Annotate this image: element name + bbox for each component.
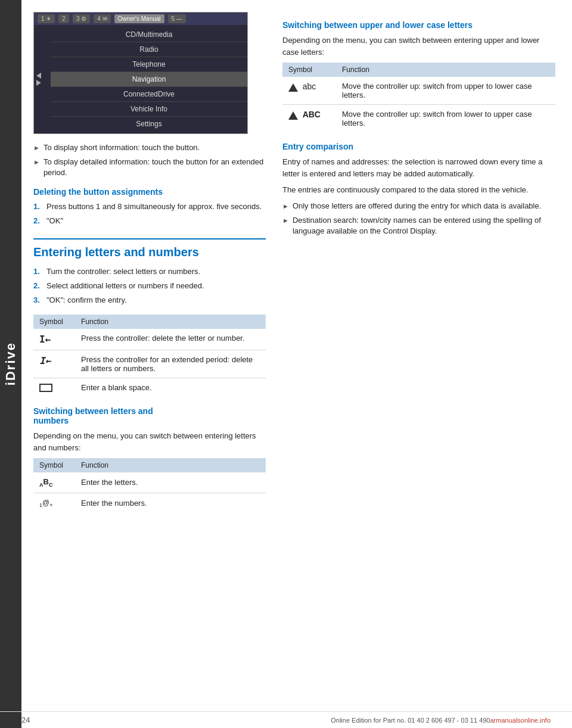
entry-bullet-arrow-0: ► [282,202,289,211]
bullet-arrow-0: ► [33,144,40,153]
menu-tab-5: 5 — [168,14,186,23]
menu-item-6[interactable]: Settings [51,117,247,131]
ul-header-function: Function [336,63,555,77]
menu-nav: CD/Multimedia Radio Telephone Navigation… [34,25,247,133]
triangle-up-lower-icon: abc [288,82,316,91]
entering-text-2: "OK": confirm the entry. [46,295,127,306]
entry-bullet-1: ► Destination search: town/city names ca… [282,215,555,237]
symbol-row-1: I← Press the controller for an extended … [33,350,266,378]
bullet-arrow-1: ► [33,158,40,178]
ul-symbol-0: abc [282,77,336,105]
symbol-table-header-function: Function [75,315,266,329]
function-cell-0: Press the controller: delete the letter … [75,329,266,350]
delete-step-1: 2. "OK" [33,216,266,226]
menu-tab-2: 2 [58,14,69,23]
switch-row-0: ABC Enter the letters. [33,472,266,493]
upper-lower-table: Symbol Function abc Move the controller … [282,63,555,132]
bullet-text-1: To display detailed information: touch t… [43,157,266,178]
menu-tab-manual: Owner's Manual [114,14,164,23]
menu-tab-4: 4 ✉ [94,14,110,23]
entering-num-0: 1. [33,266,43,277]
step-num-0: 1. [33,201,43,212]
switch-letters-table: Symbol Function ABC Enter the letters. 1… [33,458,266,513]
entry-bullet-0: ► Only those letters are offered during … [282,201,555,211]
nav-arrow-left[interactable] [34,70,51,88]
ul-function-1: Move the controller up: switch from lowe… [336,105,555,133]
arrow-right-icon [36,80,41,86]
entering-text-1: Select additional letters or numbers if … [46,281,204,291]
menu-screenshot: 1 ☀ 2 3 ⚙ 4 ✉ Owner's Manual 5 — CD/Mult… [33,12,248,134]
menu-items: CD/Multimedia Radio Telephone Navigation… [51,25,247,133]
big-heading: Entering letters and numbers [33,238,266,259]
entering-step-0: 1. Turn the controller: select letters o… [33,266,266,277]
entry-bullet-text-0: Only those letters are offered during th… [293,201,541,211]
website-text: armanualsonline.info [490,717,551,724]
switch-header-function: Function [75,458,266,472]
symbol-row-0: I← Press the controller: delete the lett… [33,329,266,350]
entry-comparison-heading: Entry comparison [282,142,555,151]
triangle-up-upper-icon: ABC [288,110,321,119]
symbol-row-2: Enter a blank space. [33,378,266,397]
ul-function-0: Move the controller up: switch from uppe… [336,77,555,105]
entry-bullet-arrow-1: ► [282,216,289,237]
symbol-cell-2 [33,378,75,397]
menu-tab-1: 1 ☀ [38,14,55,23]
entry-comparison-para-0: Entry of names and addresses: the select… [282,156,555,179]
left-column: 1 ☀ 2 3 ⚙ 4 ✉ Owner's Manual 5 — CD/Mult… [33,12,266,716]
menu-item-3[interactable]: Navigation [51,72,247,87]
footer: 24 Online Edition for Part no. 01 40 2 6… [0,711,572,728]
ul-symbol-1: ABC [282,105,336,133]
menu-top-bar: 1 ☀ 2 3 ⚙ 4 ✉ Owner's Manual 5 — [34,13,247,25]
ul-row-0: abc Move the controller up: switch from … [282,77,555,105]
bullet-item-0: ► To display short information: touch th… [33,142,266,153]
function-cell-1: Press the controller for an extended per… [75,350,266,378]
switch-symbol-0: ABC [33,472,75,493]
delete-heading: Deleting the button assignments [33,187,266,197]
menu-item-4[interactable]: ConnectedDrive [51,87,247,102]
entering-step-1: 2. Select additional letters or numbers … [33,281,266,291]
switch-header-symbol: Symbol [33,458,75,472]
page-number: 24 [21,715,30,724]
symbol-cell-0: I← [33,329,75,350]
blank-space-icon [39,384,52,392]
menu-tab-3: 3 ⚙ [73,14,90,23]
sidebar: iDrive [0,0,21,728]
abc-letters-icon: ABC [39,477,52,486]
entering-text-0: Turn the controller: select letters or n… [46,266,200,277]
entry-bullet-text-1: Destination search: town/city names can … [293,215,555,237]
entering-steps: 1. Turn the controller: select letters o… [33,266,266,306]
symbol-table-header-symbol: Symbol [33,315,75,329]
ul-row-1: ABC Move the controller up: switch from … [282,105,555,133]
entering-num-2: 3. [33,295,43,306]
switch-function-0: Enter the letters. [75,472,266,493]
abc-upper-text: ABC [303,110,321,119]
step-text-0: Press buttons 1 and 8 simultaneously for… [46,201,262,212]
entering-num-1: 2. [33,281,43,291]
menu-item-2[interactable]: Telephone [51,57,247,72]
entry-comparison-para-1: The entries are continuously compared to… [282,184,555,196]
switch-row-1: 1@+ Enter the numbers. [33,493,266,513]
switch-letters-desc: Depending on the menu, you can switch be… [33,430,266,453]
right-column: Switching between upper and lower case l… [282,12,555,716]
page-wrapper: iDrive 1 ☀ 2 3 ⚙ 4 ✉ Owner's Manual 5 — [0,0,572,728]
menu-item-5[interactable]: Vehicle Info [51,102,247,117]
switch-letters-heading: Switching between letters andnumbers [33,406,266,425]
symbol-table: Symbol Function I← Press the controller:… [33,315,266,397]
step-text-1: "OK" [46,216,63,226]
bullet-item-1: ► To display detailed information: touch… [33,157,266,178]
upper-lower-heading: Switching between upper and lower case l… [282,20,555,30]
menu-item-0[interactable]: CD/Multimedia [51,27,247,42]
menu-item-1[interactable]: Radio [51,42,247,57]
entry-comparison-bullets: ► Only those letters are offered during … [282,201,555,237]
sidebar-label: iDrive [3,342,18,385]
entering-step-2: 3. "OK": confirm the entry. [33,295,266,306]
display-bullets: ► To display short information: touch th… [33,142,266,179]
upper-lower-desc: Depending on the menu, you can switch be… [282,35,555,58]
arrow-left-icon [36,73,41,79]
delete-steps: 1. Press buttons 1 and 8 simultaneously … [33,201,266,226]
backspace-icon-0: I← [39,334,51,345]
edition-text: Online Edition for Part no. 01 40 2 606 … [331,717,551,724]
bullet-text-0: To display short information: touch the … [43,142,200,153]
abc-lower-text: abc [303,82,316,91]
delete-step-0: 1. Press buttons 1 and 8 simultaneously … [33,201,266,212]
